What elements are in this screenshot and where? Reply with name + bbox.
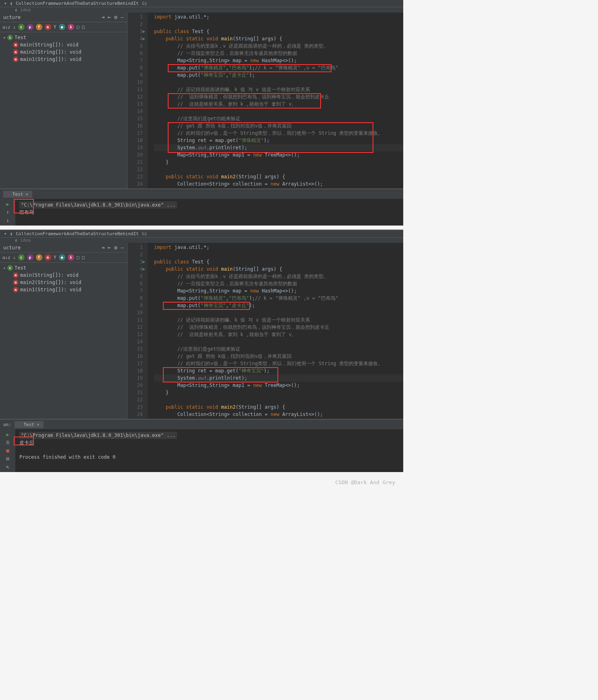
ide-window-1: ▾ ▮ CollectionFrameworkAndTheDataStructu… [0, 0, 403, 226]
stop-icon[interactable]: ↑ [6, 209, 9, 215]
chevron-icon: ▾ [4, 231, 7, 236]
expand-icon[interactable]: ⇤ [108, 14, 111, 20]
console-toolbar: ▶ ⎘ ■ ⊟ ⇱ [0, 429, 15, 472]
sort2-icon[interactable]: ↓ [13, 25, 16, 30]
close-icon[interactable]: × [37, 422, 40, 427]
filter-class-icon[interactable]: c [18, 254, 25, 261]
filter-y-icon[interactable]: Y [54, 24, 56, 30]
filter-m-icon[interactable]: m [45, 254, 51, 261]
chevron-down-icon[interactable]: ▾ [3, 36, 6, 40]
filter-box2-icon[interactable]: ▢ [82, 255, 85, 260]
run-console: un: ▮ Test × ▶ ⎘ ■ ⊟ ⇱ "C:\Program Files… [0, 419, 403, 472]
filter-box1-icon[interactable]: ▢ [77, 24, 79, 30]
structure-toolbar: a↓z ↓ c p f m Y ● λ ▢ ▢ [0, 22, 127, 32]
filter-i-icon[interactable]: ● [59, 24, 65, 30]
line-gutter: 123▶4▶5678910111213141516171819202122232… [127, 243, 148, 419]
console-result: 巴布鸟 [19, 209, 399, 216]
project-name[interactable]: CollectionFrameworkAndTheDataStructureBe… [16, 1, 139, 6]
code-area[interactable]: import java.util.*;public class Test { p… [148, 13, 403, 188]
collapse-icon[interactable]: ⇥ [102, 14, 105, 20]
class-icon: c [7, 35, 13, 40]
sub-breadcrumb: ▮ idea [0, 238, 403, 243]
filter-a-icon[interactable]: λ [68, 24, 74, 30]
tree-method-item[interactable]: m main2(String[]): void [0, 48, 127, 56]
tree-method-item[interactable]: m main(String[]): void [0, 41, 127, 48]
tree-class-item[interactable]: ▾ c Test [0, 264, 127, 272]
chevron-icon: ▾ [4, 1, 7, 6]
console-tab[interactable]: ▮ Test × [3, 191, 32, 198]
method-icon: m [13, 280, 19, 285]
tree-method-item[interactable]: m main2(String[]): void [0, 279, 127, 286]
layout-icon[interactable]: ⊟ [6, 456, 9, 462]
class-icon: c [7, 265, 13, 271]
run-label: un: [3, 422, 11, 427]
attach-icon[interactable]: ⎘ [6, 440, 9, 445]
filter-y-icon[interactable]: Y [54, 255, 56, 260]
project-name[interactable]: CollectionFrameworkAndTheDataStructureBe… [16, 231, 139, 236]
down-icon[interactable]: ↓ [6, 217, 9, 223]
filter-f-icon[interactable]: f [36, 254, 42, 261]
method-icon: m [13, 49, 19, 55]
watermark: CSDN @Dark And Grey [0, 476, 403, 489]
structure-tree: ▾ c Test m main(String[]): void m main2(… [0, 263, 127, 295]
filter-box1-icon[interactable]: ▢ [77, 255, 79, 260]
filter-i-icon[interactable]: ● [59, 254, 65, 261]
structure-panel: ucture ⇥ ⇤ ⚙ — a↓z ↓ c p f m Y ● λ ▢ ▢ [0, 13, 127, 188]
test-icon: ▮ [19, 422, 21, 427]
tree-class-item[interactable]: ▾ c Test [0, 34, 127, 41]
console-cmd: "C:\Program Files\Java\jdk1.8.0_301\bin\… [19, 432, 177, 439]
gear-icon[interactable]: ⚙ [114, 14, 117, 20]
folder-icon: ▮ [10, 231, 13, 236]
filter-class-icon[interactable]: c [18, 24, 25, 30]
test-icon: ▮ [7, 192, 10, 197]
line-gutter: 123▶4▶5678910111213141516171819202122232… [127, 13, 148, 188]
stop-icon[interactable]: ■ [6, 448, 9, 453]
method-icon: m [13, 272, 19, 278]
close-icon[interactable]: × [25, 192, 28, 197]
run-console: ▮ Test × ▶ ↑ ↓ "C:\Program Files\Java\jd… [0, 188, 403, 226]
sort-icon[interactable]: a↓z [2, 255, 10, 260]
filter-p-icon[interactable]: p [27, 24, 33, 30]
export-icon[interactable]: ⇱ [6, 464, 9, 470]
filter-a-icon[interactable]: λ [68, 254, 74, 261]
filter-m-icon[interactable]: m [45, 24, 51, 30]
gear-icon[interactable]: ⚙ [114, 244, 117, 251]
filter-p-icon[interactable]: p [27, 254, 33, 261]
method-icon: m [13, 287, 19, 293]
code-editor[interactable]: 123▶4▶5678910111213141516171819202122232… [127, 243, 403, 419]
code-area[interactable]: import java.util.*;public class Test { p… [148, 243, 403, 419]
code-editor[interactable]: 123▶4▶5678910111213141516171819202122232… [127, 13, 403, 188]
sort-icon[interactable]: a↓z [2, 25, 10, 30]
filter-f-icon[interactable]: f [36, 24, 42, 30]
console-output[interactable]: "C:\Program Files\Java\jdk1.8.0_301\bin\… [15, 199, 403, 226]
tree-method-item[interactable]: m main1(String[]): void [0, 56, 127, 63]
method-icon: m [13, 56, 19, 62]
breadcrumb-bar: ▾ ▮ CollectionFrameworkAndTheDataStructu… [0, 0, 403, 7]
minimize-icon[interactable]: — [121, 244, 124, 251]
console-tab[interactable]: ▮ Test × [15, 421, 44, 428]
console-result: 皮卡丘 [19, 439, 399, 446]
rerun-icon[interactable]: ▶ [6, 432, 9, 437]
minimize-icon[interactable]: — [121, 14, 124, 20]
git-label: Gi [142, 231, 147, 236]
structure-panel: ucture ⇥ ⇤ ⚙ — a↓z ↓ c p f m Y ● λ ▢ ▢ [0, 243, 127, 419]
method-icon: m [13, 42, 19, 48]
folder-icon: ▮ [15, 238, 18, 243]
structure-tree: ▾ c Test m main(String[]): void m main2(… [0, 32, 127, 65]
tree-method-item[interactable]: m main1(String[]): void [0, 286, 127, 293]
breadcrumb-bar: ▾ ▮ CollectionFrameworkAndTheDataStructu… [0, 230, 403, 238]
filter-box2-icon[interactable]: ▢ [82, 24, 85, 30]
collapse-icon[interactable]: ⇥ [102, 244, 105, 251]
git-label: Gi [142, 1, 147, 6]
structure-title: ucture [3, 15, 21, 20]
console-finished: Process finished with exit code 0 [19, 453, 399, 461]
tree-method-item[interactable]: m main(String[]): void [0, 272, 127, 279]
folder-icon: ▮ [15, 7, 18, 13]
sub-breadcrumb: ▮ idea [0, 7, 403, 13]
expand-icon[interactable]: ⇤ [108, 244, 111, 251]
chevron-down-icon[interactable]: ▾ [3, 266, 6, 270]
rerun-icon[interactable]: ▶ [6, 201, 9, 207]
structure-toolbar: a↓z ↓ c p f m Y ● λ ▢ ▢ [0, 253, 127, 263]
console-output[interactable]: "C:\Program Files\Java\jdk1.8.0_301\bin\… [15, 429, 403, 472]
sort2-icon[interactable]: ↓ [13, 255, 16, 260]
